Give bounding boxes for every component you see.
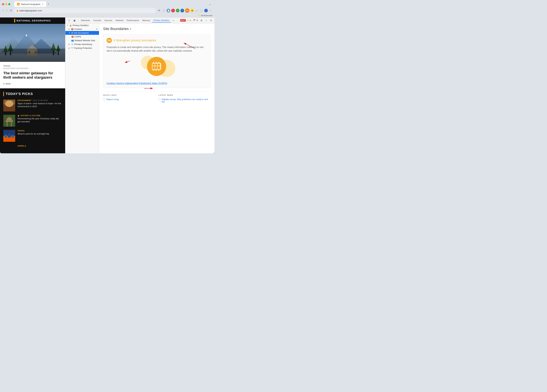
hero-read-link[interactable]: ≡ READ [3, 82, 62, 85]
svg-rect-45 [153, 62, 154, 64]
toolbar-separator [78, 19, 78, 22]
ext-icon-6[interactable]: ★ [190, 9, 194, 12]
ng-yellow-bar [14, 19, 15, 22]
quick-link-item[interactable]: Report a bug [103, 98, 155, 101]
svg-rect-49 [156, 69, 157, 71]
quick-links-header: QUICK LINKS [103, 94, 155, 96]
tree-item-tracking-protection[interactable]: ▶ 🛡 Tracking Protection [65, 46, 99, 50]
chips-icon: 🍪 [71, 35, 74, 38]
close-button[interactable] [2, 3, 4, 5]
animals-item[interactable]: ANIMALS [3, 145, 62, 147]
tree-label-site-boundaries: Site Boundaries [74, 32, 89, 34]
devtools-main-content: Site Boundaries ▾ SB # Str [99, 23, 214, 153]
chips-link[interactable]: Cookies Having Independent Partitioned S… [107, 82, 207, 85]
svg-rect-23 [7, 121, 7, 127]
svg-marker-3 [25, 39, 58, 54]
maximize-button[interactable] [8, 3, 10, 5]
tree-item-private-advertising[interactable]: ▶ 📧 Private Advertising [65, 42, 99, 46]
svg-rect-9 [53, 49, 54, 55]
latest-news-item[interactable]: Digiday survey: Why publishers are ready… [158, 98, 211, 103]
bookmark-icon[interactable]: ☆ [162, 9, 166, 12]
svg-marker-8 [8, 44, 13, 51]
tab-performance[interactable]: Performance [125, 19, 140, 22]
tab-title: National Geographic [21, 3, 41, 6]
tree-item-chips[interactable]: 🍪 CHIPS [65, 35, 99, 39]
svg-point-21 [7, 101, 11, 105]
tree-item-privacy-sandbox[interactable]: ▼ 🔒 Privacy Sandbox [65, 23, 99, 27]
svg-rect-17 [0, 49, 65, 62]
tab-elements[interactable]: Elements [80, 19, 91, 22]
list-item[interactable]: TRAVEL What to pack for an overnight tri… [3, 130, 62, 142]
tree-item-site-boundaries[interactable]: ▼ ⊞ Site Boundaries [65, 31, 99, 35]
article-thumbnail [3, 115, 15, 127]
tab-favicon: NG [17, 3, 20, 6]
article-meta: 🔒 HISTORY & CULTURE Remembering the year… [17, 115, 62, 123]
devtools-more-button[interactable]: ⋮ [204, 19, 209, 22]
tab-console[interactable]: Console [92, 19, 103, 22]
hero-image [0, 24, 65, 62]
ext-icon-7[interactable]: ⬚ [195, 9, 198, 12]
page-title-dropdown[interactable]: ▾ [130, 27, 131, 30]
forward-button[interactable]: › [6, 8, 7, 13]
ext-icon-8[interactable]: ⬚ [200, 9, 203, 12]
site-boundaries-icon: ⊞ [71, 32, 73, 34]
today-picks-section: TODAY'S PICKS ENVIRONMENT [0, 88, 65, 150]
lock-icon: 🔒 [17, 115, 20, 116]
list-item[interactable]: ENVIRONMENT 2023 IN REVIEW Signs of alar… [3, 100, 62, 111]
tab-privacy-sandbox[interactable]: Privacy Sandbox [152, 18, 171, 22]
tab-close-button[interactable]: ✕ [42, 3, 44, 5]
read-icon: ≡ [3, 82, 5, 85]
svg-rect-13 [27, 49, 37, 57]
devtools-close-button[interactable]: ✕ [209, 19, 213, 22]
tree-collapse-arrow: ▼ [67, 24, 68, 26]
eye-off-icon[interactable]: 👁 [157, 9, 161, 12]
minimize-button[interactable] [5, 3, 7, 5]
private-advertising-icon: 📧 [71, 43, 74, 46]
tree-collapse-arrow: ▼ [69, 32, 70, 34]
tree-item-cookies[interactable]: ▶ 🍪 Cookies ⊡ [65, 27, 99, 31]
ext-icon-4[interactable]: 🛡 [180, 9, 184, 12]
svg-marker-1 [0, 37, 26, 54]
devtools-inspector-button[interactable]: ▣ [72, 19, 77, 22]
tree-label-private-advertising: Private Advertising [74, 43, 92, 46]
devtools-sidebar: ▼ 🔒 Privacy Sandbox ▶ 🍪 Cookies ⊡ ▼ [65, 23, 99, 153]
tab-more[interactable]: » [171, 19, 175, 22]
tree-item-related-website-sets[interactable]: 👥 Related Website Sets [65, 39, 99, 42]
window-controls[interactable]: ⌄ [207, 2, 212, 7]
cookies-expand-icon[interactable]: ⊡ [96, 28, 98, 30]
card-illustration [107, 53, 207, 79]
article-category: 🔒 HISTORY & CULTURE [17, 115, 62, 116]
tab-sources[interactable]: Sources [103, 19, 114, 22]
info-badge: 🚩 74 [193, 19, 199, 22]
svg-rect-32 [8, 134, 11, 137]
ext-icon-2[interactable]: 🔴 [171, 9, 175, 12]
devtools-body: ▼ 🔒 Privacy Sandbox ▶ 🍪 Cookies ⊡ ▼ [65, 23, 214, 153]
svg-rect-46 [156, 62, 157, 64]
svg-marker-10 [51, 43, 56, 50]
article-category: ENVIRONMENT 2023 IN REVIEW [17, 100, 62, 101]
address-input[interactable]: 🔒 nationalgeographic.com [14, 8, 156, 13]
ext-icon-3[interactable]: ✓ [176, 9, 179, 12]
svg-marker-12 [56, 45, 60, 51]
reload-button[interactable]: ↺ [9, 8, 13, 13]
more-options-icon[interactable]: ⋮ [209, 9, 212, 12]
svg-rect-15 [28, 51, 30, 54]
page-title: Site Boundaries [103, 27, 129, 31]
profile-icon[interactable]: 👤 [204, 9, 208, 12]
ext-icon-1[interactable]: 📋 [167, 9, 170, 12]
article-title: Signs of alarm—and reasons to hope—for t… [17, 102, 62, 108]
ext-icon-5[interactable]: 94 [185, 8, 189, 13]
browser-tab[interactable]: NG National Geographic ✕ [14, 1, 46, 7]
devtools-settings-button[interactable]: ⚙ [199, 19, 204, 22]
list-item[interactable]: 🔒 HISTORY & CULTURE Remembering the year… [3, 115, 62, 127]
tab-memory[interactable]: Memory [141, 19, 151, 22]
back-button[interactable]: ‹ [2, 8, 4, 13]
new-tab-button[interactable]: + [46, 2, 51, 7]
tab-network[interactable]: Network [114, 19, 125, 22]
svg-marker-6 [3, 45, 8, 52]
website-content: National Geographic [0, 17, 65, 153]
tab-bar: NG National Geographic ✕ + [14, 1, 50, 7]
devtools-cursor-button[interactable]: ⊹ [67, 18, 71, 23]
quick-links-section: QUICK LINKS Report a bug [103, 94, 155, 104]
section-bar-accent [3, 92, 4, 96]
